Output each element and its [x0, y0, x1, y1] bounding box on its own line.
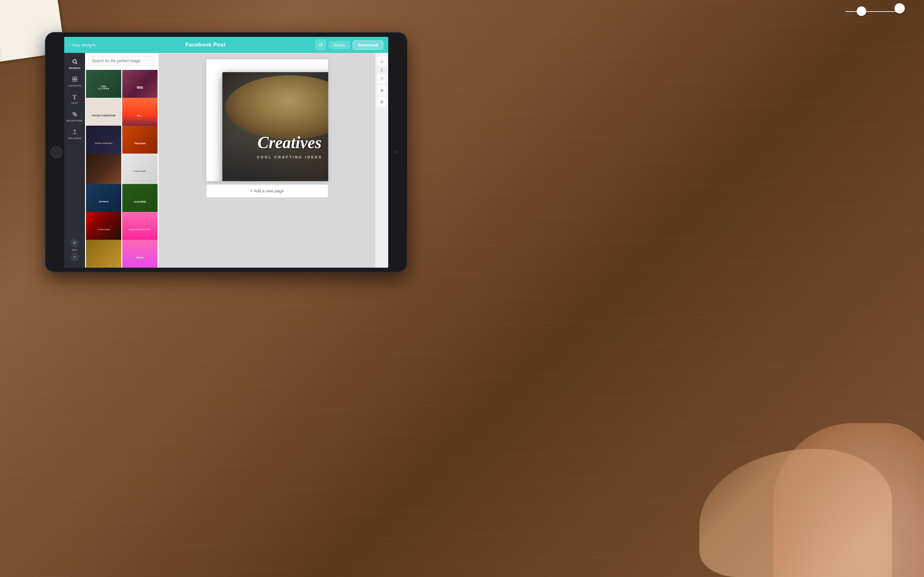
uploads-icon [72, 129, 78, 135]
text-icon: T [73, 94, 77, 100]
zoom-out-button[interactable]: − [71, 253, 79, 261]
back-label: Your designs [72, 43, 96, 47]
app-body: SEARCH LAYOUTS [64, 53, 388, 268]
creatives-text: Creatives [258, 133, 321, 152]
back-chevron-icon: ‹ [69, 42, 71, 47]
sidebar-item-background[interactable]: BKGROUND [64, 109, 85, 125]
template-traditional[interactable] [86, 240, 121, 268]
sidebar-item-search[interactable]: SEARCH [64, 56, 85, 72]
copy-page-button[interactable]: ⧉ [377, 85, 387, 95]
canvas-page[interactable]: Creatives COOL CRAFTING IDEAS [206, 59, 328, 181]
add-page-button[interactable]: + Add a new page [206, 184, 328, 197]
uploads-label: UPLOADS [68, 137, 81, 140]
page-title: Facebook Post [95, 42, 315, 48]
delete-page-button[interactable]: ⊘ [377, 97, 387, 107]
page-number: 1 [381, 68, 383, 72]
undo-button[interactable]: ↺ [315, 39, 326, 50]
template-visual-pink[interactable] [122, 240, 158, 268]
right-toolbar: △ 1 ▽ ⧉ ⊘ [375, 53, 388, 268]
download-button[interactable]: Download [352, 40, 383, 50]
ipad-home-button[interactable] [51, 147, 62, 158]
subtitle-text: COOL CRAFTING IDEAS [257, 155, 322, 159]
ipad-screen: ‹ Your designs Facebook Post ↺ Share Dow… [64, 37, 388, 268]
svg-line-1 [76, 63, 77, 64]
template-grid [85, 69, 158, 268]
background-label: BKGROUND [66, 119, 83, 122]
svg-rect-2 [73, 77, 74, 79]
search-icon [72, 59, 78, 65]
share-button[interactable]: Share [328, 41, 350, 49]
background-icon [72, 111, 78, 118]
header-actions: ↺ Share Download [315, 39, 383, 50]
search-input[interactable] [88, 56, 155, 66]
template-panel [85, 53, 159, 268]
canvas-area[interactable]: Creatives COOL CRAFTING IDEAS + Add a ne… [159, 53, 375, 268]
drag-preview[interactable]: Creatives COOL CRAFTING IDEAS [222, 72, 328, 181]
search-label: SEARCH [69, 67, 81, 69]
left-sidebar: SEARCH LAYOUTS [64, 53, 85, 268]
layouts-label: LAYOUTS [68, 84, 81, 87]
page-up-button[interactable]: △ [377, 56, 387, 66]
page-down-button[interactable]: ▽ [377, 74, 387, 84]
ipad-device: ‹ Your designs Facebook Post ↺ Share Dow… [45, 32, 407, 272]
sidebar-item-uploads[interactable]: UPLOADS [64, 126, 85, 142]
search-bar-container [85, 53, 158, 69]
zoom-in-button[interactable]: + [71, 239, 79, 247]
template-wine-tasting[interactable] [86, 153, 121, 189]
sidebar-item-text[interactable]: T TEXT [64, 91, 85, 107]
app-container: ‹ Your designs Facebook Post ↺ Share Dow… [64, 37, 388, 268]
ipad-camera [394, 151, 397, 154]
sidebar-item-layouts[interactable]: LAYOUTS [64, 74, 85, 90]
text-label: TEXT [71, 102, 78, 105]
svg-line-6 [73, 112, 77, 116]
zoom-controls: + 50% − [71, 239, 79, 261]
template-cascade[interactable] [122, 153, 158, 189]
svg-rect-4 [73, 79, 74, 81]
svg-point-0 [73, 60, 76, 63]
back-button[interactable]: ‹ Your designs [69, 42, 95, 47]
zoom-level: 50% [71, 248, 78, 251]
layouts-icon [72, 76, 78, 83]
svg-rect-3 [75, 77, 77, 79]
svg-rect-5 [75, 79, 77, 81]
app-header: ‹ Your designs Facebook Post ↺ Share Dow… [64, 37, 388, 53]
